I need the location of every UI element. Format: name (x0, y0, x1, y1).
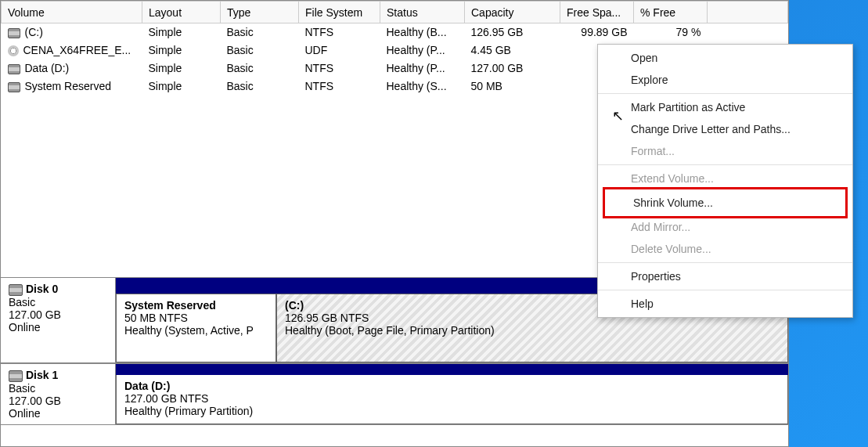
ctx-highlight-box: Shrink Volume... (603, 187, 848, 218)
disk-0-name: Disk 0 (26, 283, 58, 295)
disk-1-size: 127.00 GB (9, 395, 107, 407)
hdd-icon (8, 64, 20, 74)
ctx-help[interactable]: Help (598, 293, 852, 315)
table-header-row: Volume Layout Type File System Status Ca… (2, 2, 788, 23)
ctx-separator (598, 290, 852, 290)
col-header-status[interactable]: Status (380, 2, 465, 23)
volume-percent-free: 79 % (634, 23, 708, 41)
volume-layout: Simple (142, 41, 221, 59)
volume-name: System Reserved (25, 80, 111, 92)
volume-fs: NTFS (299, 59, 380, 78)
volume-fs: UDF (299, 41, 380, 59)
volume-name: CENA_X64FREE_E... (23, 44, 131, 56)
ctx-change-drive-letter[interactable]: Change Drive Letter and Paths... (598, 118, 852, 140)
volume-name: (C:) (25, 26, 43, 38)
volume-name: Data (D:) (25, 62, 70, 74)
col-header-blank[interactable] (708, 2, 788, 23)
disk-1-label[interactable]: Disk 1 Basic 127.00 GB Online (1, 364, 116, 424)
hdd-icon (8, 28, 20, 38)
volume-capacity: 126.95 GB (465, 23, 560, 41)
partition-health: Healthy (Boot, Page File, Primary Partit… (285, 324, 780, 337)
hdd-icon (8, 82, 20, 92)
volume-type: Basic (221, 78, 299, 96)
partition-system-reserved[interactable]: System Reserved 50 MB NTFS Healthy (Syst… (116, 294, 276, 362)
ctx-shrink-volume[interactable]: Shrink Volume... (605, 192, 845, 214)
volume-fs: NTFS (299, 78, 380, 96)
context-menu: Open Explore Mark Partition as Active Ch… (597, 44, 853, 318)
volume-type: Basic (221, 41, 299, 59)
disk-icon (9, 284, 23, 296)
partition-info: 50 MB NTFS (124, 312, 268, 324)
partition-health: Healthy (System, Active, P (124, 324, 268, 337)
ctx-extend-volume[interactable]: Extend Volume... (598, 168, 852, 189)
partition-d[interactable]: Data (D:) 127.00 GB NTFS Healthy (Primar… (116, 375, 788, 424)
volume-capacity: 4.45 GB (465, 41, 560, 59)
col-header-free-space[interactable]: Free Spa... (560, 2, 634, 23)
volume-status: Healthy (S... (380, 78, 465, 96)
cd-icon (8, 45, 19, 56)
disk-1-status: Online (9, 407, 107, 420)
col-header-percent-free[interactable]: % Free (634, 2, 708, 23)
partition-health: Healthy (Primary Partition) (124, 405, 780, 417)
volume-capacity: 127.00 GB (465, 59, 560, 78)
volume-layout: Simple (142, 23, 221, 41)
col-header-filesystem[interactable]: File System (299, 2, 380, 23)
ctx-explore[interactable]: Explore (598, 69, 852, 91)
table-row[interactable]: (C:)SimpleBasicNTFSHealthy (B...126.95 G… (2, 23, 788, 41)
volume-layout: Simple (142, 59, 221, 78)
disk-1-volumes: Data (D:) 127.00 GB NTFS Healthy (Primar… (116, 364, 788, 424)
cursor-icon: ↖ (612, 107, 624, 124)
ctx-mark-active[interactable]: Mark Partition as Active (598, 96, 852, 118)
ctx-open[interactable]: Open (598, 47, 852, 69)
disk-0-status: Online (9, 321, 107, 333)
ctx-separator (598, 262, 852, 263)
ctx-properties[interactable]: Properties (598, 265, 852, 287)
disk-1-name: Disk 1 (26, 369, 58, 381)
partition-name: System Reserved (124, 299, 268, 312)
ctx-format[interactable]: Format... (598, 140, 852, 162)
ctx-add-mirror[interactable]: Add Mirror... (598, 216, 852, 238)
volume-status: Healthy (B... (380, 23, 465, 41)
volume-layout: Simple (142, 78, 221, 96)
volume-fs: NTFS (299, 23, 380, 41)
volume-free: 99.89 GB (560, 23, 634, 41)
volume-capacity: 50 MB (465, 78, 560, 96)
ctx-separator (598, 164, 852, 165)
ctx-separator (598, 93, 852, 94)
volume-status: Healthy (P... (380, 41, 465, 59)
disk-1-block: Disk 1 Basic 127.00 GB Online Data (D:) … (1, 363, 788, 425)
disk-1-bar (116, 364, 788, 375)
disk-0-size: 127.00 GB (9, 308, 107, 321)
partition-name: Data (D:) (124, 380, 780, 392)
disk-0-label[interactable]: Disk 0 Basic 127.00 GB Online (1, 278, 116, 362)
col-header-capacity[interactable]: Capacity (465, 2, 560, 23)
disk-icon (9, 370, 23, 382)
volume-status: Healthy (P... (380, 59, 465, 78)
ctx-delete-volume[interactable]: Delete Volume... (598, 238, 852, 260)
partition-info: 127.00 GB NTFS (124, 392, 780, 405)
volume-type: Basic (221, 23, 299, 41)
col-header-layout[interactable]: Layout (142, 2, 221, 23)
col-header-type[interactable]: Type (221, 2, 299, 23)
col-header-volume[interactable]: Volume (2, 2, 142, 23)
volume-type: Basic (221, 59, 299, 78)
disk-1-type: Basic (9, 382, 107, 395)
disk-0-type: Basic (9, 296, 107, 308)
